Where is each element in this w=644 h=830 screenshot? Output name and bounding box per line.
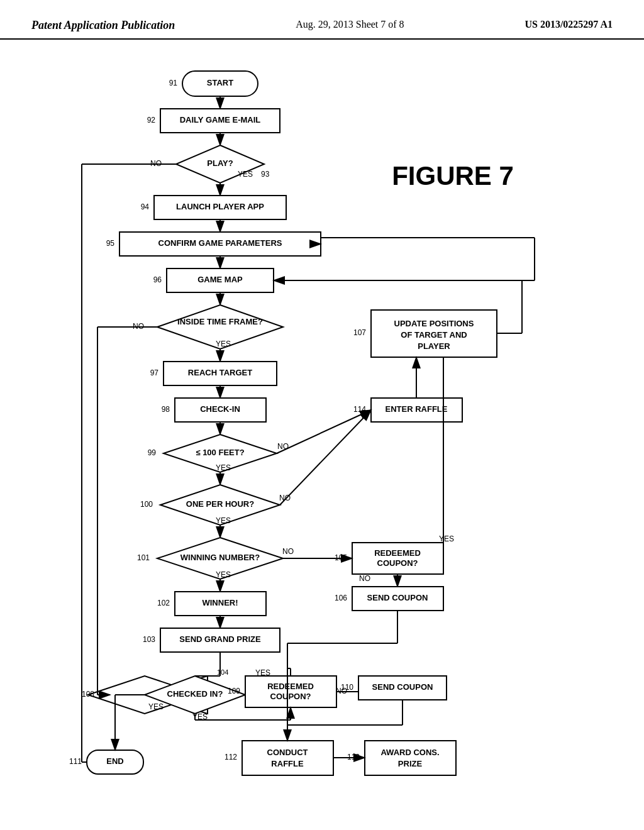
svg-text:95: 95	[106, 239, 115, 248]
svg-text:≤ 100 FEET?: ≤ 100 FEET?	[196, 448, 244, 457]
svg-text:99: 99	[148, 448, 157, 457]
svg-text:106: 106	[335, 594, 347, 602]
svg-text:GAME MAP: GAME MAP	[197, 275, 243, 284]
svg-text:CONDUCT: CONDUCT	[267, 748, 308, 757]
svg-text:104: 104	[217, 668, 228, 676]
svg-text:ENTER RAFFLE: ENTER RAFFLE	[386, 404, 448, 414]
diagram-area: FIGURE 7 START 91 DAILY GAME E-MAIL 92 P…	[0, 40, 644, 813]
svg-rect-125	[242, 741, 333, 775]
svg-text:CHECK-IN: CHECK-IN	[200, 404, 240, 414]
svg-text:101: 101	[137, 553, 150, 562]
svg-text:NO: NO	[359, 574, 370, 583]
page-header: Patent Application Publication Aug. 29, …	[0, 0, 644, 40]
svg-text:YES: YES	[192, 712, 208, 721]
svg-line-81	[280, 410, 371, 505]
svg-text:CHECKED IN?: CHECKED IN?	[167, 689, 223, 699]
svg-text:PLAYER: PLAYER	[418, 341, 450, 351]
svg-text:98: 98	[162, 405, 170, 414]
svg-text:REDEEMED: REDEEMED	[267, 682, 314, 691]
svg-text:START: START	[207, 78, 233, 87]
svg-text:YES: YES	[255, 668, 270, 677]
svg-text:YES: YES	[216, 516, 231, 525]
svg-text:103: 103	[143, 635, 155, 644]
svg-text:INSIDE TIME FRAME?: INSIDE TIME FRAME?	[177, 317, 263, 326]
svg-text:LAUNCH PLAYER APP: LAUNCH PLAYER APP	[176, 202, 264, 211]
svg-text:RAFFLE: RAFFLE	[271, 759, 304, 768]
svg-text:102: 102	[157, 599, 170, 607]
svg-text:SEND GRAND PRIZE: SEND GRAND PRIZE	[179, 634, 261, 644]
svg-text:REDEEMED: REDEEMED	[374, 548, 421, 558]
svg-text:91: 91	[169, 79, 178, 87]
svg-text:100: 100	[140, 500, 153, 509]
svg-text:AWARD CONS.: AWARD CONS.	[380, 748, 439, 757]
svg-text:97: 97	[150, 368, 159, 377]
svg-text:YES: YES	[238, 170, 253, 179]
svg-text:92: 92	[147, 116, 156, 124]
svg-text:ONE PER HOUR?: ONE PER HOUR?	[186, 499, 254, 509]
figure-label: FIGURE 7	[392, 161, 514, 191]
svg-text:107: 107	[353, 328, 366, 337]
svg-text:93: 93	[261, 170, 270, 179]
svg-text:110: 110	[341, 683, 353, 692]
svg-text:108: 108	[82, 690, 94, 699]
svg-text:94: 94	[141, 202, 150, 211]
svg-text:111: 111	[69, 757, 82, 766]
svg-text:96: 96	[153, 275, 162, 284]
svg-rect-129	[365, 741, 456, 775]
svg-text:YES: YES	[216, 340, 231, 348]
svg-text:YES: YES	[216, 570, 231, 579]
svg-text:OF TARGET AND: OF TARGET AND	[401, 330, 467, 340]
sheet-info: Aug. 29, 2013 Sheet 7 of 8	[296, 19, 404, 30]
svg-text:PLAY?: PLAY?	[207, 158, 233, 168]
svg-text:COUPON?: COUPON?	[377, 558, 418, 568]
svg-text:UPDATE POSITIONS: UPDATE POSITIONS	[394, 319, 474, 328]
svg-text:REACH TARGET: REACH TARGET	[188, 368, 252, 377]
svg-text:109: 109	[228, 687, 240, 695]
svg-text:112: 112	[225, 753, 237, 761]
svg-text:WINNER!: WINNER!	[202, 598, 238, 607]
svg-text:YES: YES	[439, 534, 454, 543]
svg-text:END: END	[106, 756, 123, 766]
svg-text:PRIZE: PRIZE	[398, 759, 423, 768]
svg-line-80	[277, 410, 371, 453]
svg-text:SEND COUPON: SEND COUPON	[367, 593, 428, 602]
svg-text:CONFIRM GAME PARAMETERS: CONFIRM GAME PARAMETERS	[158, 238, 282, 248]
publication-title: Patent Application Publication	[31, 19, 175, 32]
svg-text:DAILY GAME E-MAIL: DAILY GAME E-MAIL	[180, 115, 261, 124]
svg-text:NO: NO	[277, 442, 289, 451]
svg-text:YES: YES	[216, 463, 231, 472]
svg-text:NO: NO	[282, 547, 294, 556]
svg-text:COUPON?: COUPON?	[270, 692, 311, 701]
svg-text:SEND COUPON: SEND COUPON	[372, 682, 433, 692]
svg-text:YES: YES	[148, 702, 164, 711]
patent-number: US 2013/0225297 A1	[525, 19, 613, 30]
svg-text:WINNING NUMBER?: WINNING NUMBER?	[180, 553, 260, 562]
